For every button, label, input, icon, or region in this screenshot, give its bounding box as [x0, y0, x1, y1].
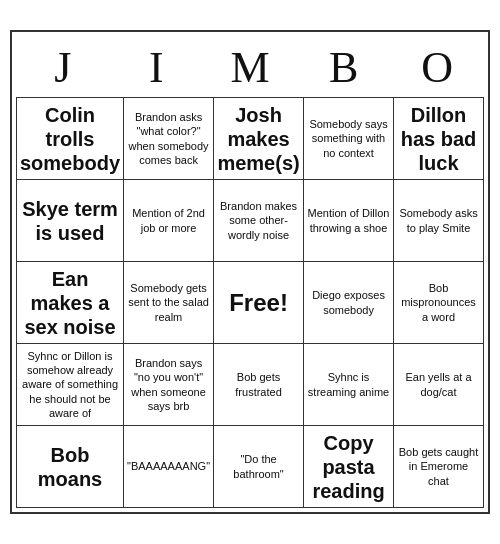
bingo-cell[interactable]: Dillon has bad luck: [394, 98, 484, 180]
cell-text: Bob moans: [20, 443, 120, 491]
bingo-cell[interactable]: Somebody asks to play Smite: [394, 180, 484, 262]
cell-text: Josh makes meme(s): [217, 103, 300, 175]
bingo-cell[interactable]: Bob gets caught in Emerome chat: [394, 426, 484, 508]
cell-text: Brandon asks "what color?" when somebody…: [127, 110, 210, 167]
cell-text: Brandon says "no you won't" when someone…: [127, 356, 210, 413]
bingo-cell[interactable]: Mention of 2nd job or more: [124, 180, 214, 262]
bingo-cell[interactable]: Free!: [214, 262, 304, 344]
cell-text: Somebody says something with no context: [307, 117, 390, 160]
cell-text: Ean yells at a dog/cat: [397, 370, 480, 399]
cell-text: Bob gets caught in Emerome chat: [397, 445, 480, 488]
bingo-title: JIMBO: [16, 36, 484, 97]
bingo-cell[interactable]: Syhnc or Dillon is somehow already aware…: [17, 344, 124, 426]
cell-text: Dillon has bad luck: [397, 103, 480, 175]
bingo-cell[interactable]: Brandon says "no you won't" when someone…: [124, 344, 214, 426]
bingo-cell[interactable]: Bob gets frustrated: [214, 344, 304, 426]
bingo-cell[interactable]: Skye term is used: [17, 180, 124, 262]
cell-text: Somebody asks to play Smite: [397, 206, 480, 235]
cell-text: Ean makes a sex noise: [20, 267, 120, 339]
bingo-grid: Colin trolls somebodyBrandon asks "what …: [16, 97, 484, 508]
cell-text: Mention of Dillon throwing a shoe: [307, 206, 390, 235]
bingo-cell[interactable]: Brandon makes some other-wordly noise: [214, 180, 304, 262]
bingo-cell[interactable]: Ean makes a sex noise: [17, 262, 124, 344]
cell-text: "Do the bathroom": [217, 452, 300, 481]
cell-text: Bob gets frustrated: [217, 370, 300, 399]
bingo-cell[interactable]: Bob mispronounces a word: [394, 262, 484, 344]
cell-text: "BAAAAAAANG": [127, 459, 210, 473]
cell-text: Free!: [229, 287, 288, 318]
cell-text: Bob mispronounces a word: [397, 281, 480, 324]
bingo-cell[interactable]: Syhnc is streaming anime: [304, 344, 394, 426]
bingo-cell[interactable]: Colin trolls somebody: [17, 98, 124, 180]
cell-text: Syhnc is streaming anime: [307, 370, 390, 399]
title-letter: J: [19, 42, 107, 93]
cell-text: Syhnc or Dillon is somehow already aware…: [20, 349, 120, 420]
cell-text: Diego exposes somebody: [307, 288, 390, 317]
title-letter: O: [393, 42, 481, 93]
cell-text: Skye term is used: [20, 197, 120, 245]
cell-text: Brandon makes some other-wordly noise: [217, 199, 300, 242]
cell-text: Mention of 2nd job or more: [127, 206, 210, 235]
cell-text: Copy pasta reading: [307, 431, 390, 503]
title-letter: B: [300, 42, 388, 93]
bingo-cell[interactable]: Somebody says something with no context: [304, 98, 394, 180]
title-letter: I: [112, 42, 200, 93]
bingo-cell[interactable]: Josh makes meme(s): [214, 98, 304, 180]
bingo-cell[interactable]: Brandon asks "what color?" when somebody…: [124, 98, 214, 180]
bingo-cell[interactable]: "BAAAAAAANG": [124, 426, 214, 508]
bingo-cell[interactable]: Somebody gets sent to the salad realm: [124, 262, 214, 344]
cell-text: Somebody gets sent to the salad realm: [127, 281, 210, 324]
bingo-cell[interactable]: Ean yells at a dog/cat: [394, 344, 484, 426]
bingo-cell[interactable]: Mention of Dillon throwing a shoe: [304, 180, 394, 262]
cell-text: Colin trolls somebody: [20, 103, 120, 175]
bingo-cell[interactable]: Copy pasta reading: [304, 426, 394, 508]
bingo-cell[interactable]: Diego exposes somebody: [304, 262, 394, 344]
bingo-card: JIMBO Colin trolls somebodyBrandon asks …: [10, 30, 490, 514]
bingo-cell[interactable]: Bob moans: [17, 426, 124, 508]
bingo-cell[interactable]: "Do the bathroom": [214, 426, 304, 508]
title-letter: M: [206, 42, 294, 93]
